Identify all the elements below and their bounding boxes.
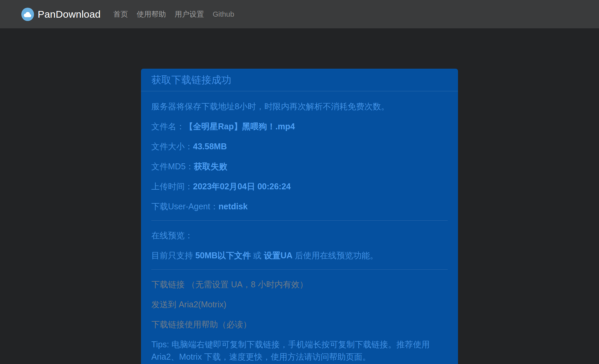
user-agent-label: 下载User-Agent： [151,202,218,211]
preview-label: 在线预览： [151,229,448,242]
brand-link[interactable]: PanDownload [21,8,101,21]
filename-value: 【全明星Rap】黑喂狗！.mp4 [185,122,295,131]
upload-time-label: 上传时间： [151,182,193,191]
preview-note-size-limit: 50MB以下文件 [195,251,251,260]
nav-item-home[interactable]: 首页 [109,7,132,22]
field-row-user-agent: 下载User-Agent：netdisk [151,200,448,213]
card-title: 获取下载链接成功 [151,74,448,86]
brand-title: PanDownload [38,9,101,20]
expiry-notice: 服务器将保存下载地址8小时，时限内再次解析不消耗免费次数。 [151,100,448,113]
preview-note: 目前只支持 50MB以下文件 或 设置UA 后使用在线预览功能。 [151,249,448,262]
user-agent-value: netdisk [218,202,248,211]
cloud-logo-icon [21,8,34,21]
result-card-header: 获取下载链接成功 [141,69,458,91]
preview-note-text: 或 [251,251,264,260]
field-row-upload-time: 上传时间：2023年02月04日 00:26:24 [151,180,448,193]
preview-note-text: 目前只支持 [151,251,195,260]
filesize-label: 文件大小： [151,142,193,151]
preview-note-text: 后使用在线预览功能。 [293,251,378,260]
upload-time-value: 2023年02月04日 00:26:24 [193,182,291,191]
filename-label: 文件名： [151,122,185,131]
preview-note-set-ua: 设置UA [264,251,293,260]
field-row-filesize: 文件大小：43.58MB [151,140,448,153]
divider [151,269,448,270]
md5-value: 获取失败 [194,162,227,171]
send-to-aria2-link[interactable]: 发送到 Aria2(Motrix) [151,298,448,311]
filesize-value: 43.58MB [193,142,227,151]
md5-label: 文件MD5： [151,162,194,171]
divider [151,220,448,221]
navbar: PanDownload 首页 使用帮助 用户设置 Github [0,0,599,28]
nav-item-github[interactable]: Github [208,7,239,21]
result-card-body: 服务器将保存下载地址8小时，时限内再次解析不消耗免费次数。 文件名：【全明星Ra… [141,91,458,364]
tips-text: Tips: 电脑端右键即可复制下载链接，手机端长按可复制下载链接。推荐使用 Ar… [151,338,448,363]
field-row-md5: 文件MD5：获取失败 [151,160,448,173]
field-row-filename: 文件名：【全明星Rap】黑喂狗！.mp4 [151,120,448,133]
nav-item-user-settings[interactable]: 用户设置 [170,7,208,22]
download-link[interactable]: 下载链接 （无需设置 UA，8 小时内有效） [151,278,448,291]
result-card: 获取下载链接成功 服务器将保存下载地址8小时，时限内再次解析不消耗免费次数。 文… [141,69,458,364]
nav-item-help[interactable]: 使用帮助 [132,7,170,22]
download-help-link[interactable]: 下载链接使用帮助（必读） [151,318,448,331]
nav-menu: 首页 使用帮助 用户设置 Github [109,7,239,22]
